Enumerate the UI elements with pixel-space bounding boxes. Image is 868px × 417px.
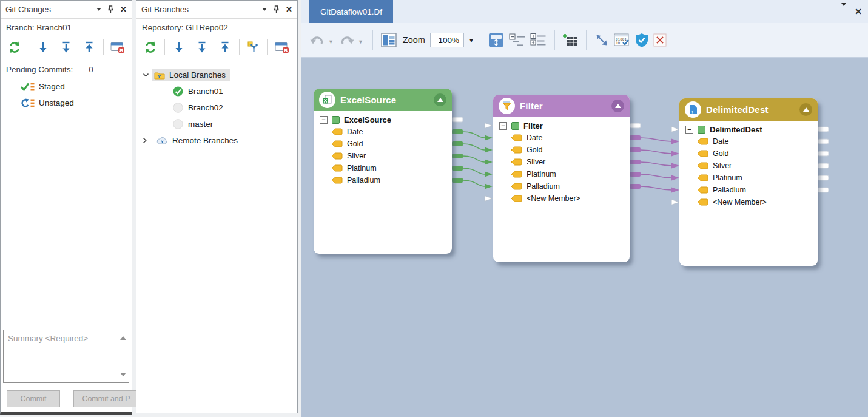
node-delimiteddest[interactable]: , DelimitedDest − DelimitedDest Date Gol…	[679, 98, 818, 266]
column-row[interactable]: Silver	[685, 160, 814, 172]
filter-icon	[499, 98, 515, 114]
zoom-select[interactable]: 100%	[430, 33, 464, 47]
undo-dropdown-icon[interactable]: ▼	[328, 39, 334, 45]
node-filter[interactable]: Filter − Filter Date Gold Silver Platinu…	[493, 95, 630, 262]
column-row[interactable]: Silver	[499, 156, 626, 168]
pending-commits-row: Pending Commits: 0	[1, 59, 132, 76]
node-header[interactable]: Filter	[493, 95, 630, 117]
undo-pending-changes-icon[interactable]	[272, 38, 292, 57]
column-row[interactable]: <New Member>	[685, 196, 814, 208]
column-row[interactable]: Palladium	[685, 184, 814, 196]
tab-list-chevron-icon[interactable]	[841, 6, 846, 17]
data-viewer-icon[interactable]: 0100110	[611, 29, 633, 51]
column-tag-icon	[511, 171, 522, 178]
delimited-destination-icon: ,	[685, 101, 701, 118]
tab-gitdataflow01[interactable]: GitDataflow01.Df	[309, 0, 393, 23]
column-row[interactable]: Gold	[499, 144, 626, 156]
column-tag-icon	[331, 152, 343, 160]
remote-branches-node[interactable]: Remote Branches	[136, 132, 297, 149]
column-row[interactable]: Gold	[685, 147, 814, 160]
branch-item-branch01[interactable]: Branch01	[136, 83, 297, 100]
collapse-node-icon[interactable]	[434, 93, 446, 106]
unstaged-tree-item[interactable]: Unstaged	[20, 95, 132, 111]
column-tag-icon	[331, 140, 343, 147]
scroll-up-icon[interactable]	[119, 334, 127, 340]
commit-and-push-button[interactable]: Commit and P	[73, 390, 139, 407]
push-icon[interactable]	[215, 38, 235, 57]
pin-icon[interactable]	[108, 5, 113, 13]
branch-item-branch02[interactable]: Branch02	[136, 100, 297, 116]
column-row[interactable]: Date	[499, 132, 626, 144]
close-icon[interactable]: ✕	[120, 5, 127, 13]
column-row[interactable]: Palladium	[320, 174, 448, 186]
column-tag-icon	[331, 164, 343, 172]
commit-button[interactable]: Commit	[7, 390, 60, 407]
local-branches-node[interactable]: Local Branches	[136, 67, 297, 83]
column-row[interactable]: Date	[685, 135, 814, 147]
chevron-down-icon[interactable]	[96, 8, 101, 11]
component-row[interactable]: − DelimitedDest	[685, 123, 814, 135]
column-row[interactable]: <New Member>	[499, 192, 626, 205]
refresh-icon[interactable]	[140, 38, 161, 57]
fetch-icon[interactable]	[192, 38, 212, 57]
staged-tree-item[interactable]: Staged	[20, 78, 132, 95]
column-row[interactable]: Gold	[320, 138, 448, 150]
autosize-icon[interactable]	[486, 29, 506, 51]
scroll-down-icon[interactable]	[119, 373, 127, 379]
branch-icon[interactable]	[243, 38, 264, 57]
chevron-right-icon[interactable]	[143, 137, 152, 144]
node-header[interactable]: , DelimitedDest	[679, 98, 818, 121]
undo-icon[interactable]	[308, 29, 327, 51]
collapse-all-icon[interactable]	[506, 29, 528, 51]
node-excelsource[interactable]: ExcelSource − ExcelSource Date Gold Silv…	[314, 89, 452, 254]
collapse-box-icon[interactable]: −	[320, 116, 328, 124]
component-row[interactable]: − ExcelSource	[320, 114, 448, 126]
summary-input[interactable]	[4, 330, 129, 382]
collapse-node-icon[interactable]	[611, 100, 624, 112]
layout-icon[interactable]	[378, 29, 399, 51]
chevron-down-icon[interactable]	[143, 73, 152, 78]
branch-item-master[interactable]: master	[136, 116, 297, 132]
column-row[interactable]: Platinum	[685, 172, 814, 184]
node-header[interactable]: ExcelSource	[314, 89, 452, 111]
column-row[interactable]: Palladium	[499, 180, 626, 192]
collapse-box-icon[interactable]: −	[499, 122, 507, 130]
column-tag-icon	[511, 146, 522, 154]
pull-icon[interactable]	[169, 38, 189, 57]
pull-icon[interactable]	[33, 38, 53, 57]
zoom-label: Zoom	[403, 35, 425, 45]
refresh-icon[interactable]	[4, 38, 25, 57]
dataflow-editor: GitDataflow01.Df ✕ ▼ ▼ Zoom 100% ▼	[301, 0, 868, 417]
collapse-node-icon[interactable]	[799, 103, 812, 116]
redo-icon[interactable]	[337, 29, 357, 51]
branch-label: Branch: Branch01	[1, 19, 132, 35]
pending-commits-count: 0	[89, 65, 93, 74]
undo-pending-changes-icon[interactable]	[107, 38, 128, 57]
design-surface[interactable]: ExcelSource − ExcelSource Date Gold Silv…	[301, 58, 868, 417]
push-icon[interactable]	[79, 38, 99, 57]
zoom-dropdown-icon[interactable]: ▼	[468, 37, 474, 44]
close-icon[interactable]: ✕	[286, 5, 292, 13]
column-row[interactable]: Platinum	[320, 162, 448, 174]
add-column-icon[interactable]	[560, 29, 580, 51]
component-row[interactable]: − Filter	[499, 120, 626, 132]
column-tag-icon	[697, 174, 708, 181]
editor-toolbar: ▼ ▼ Zoom 100% ▼ 0100110	[301, 23, 868, 58]
collapse-box-icon[interactable]: −	[685, 126, 693, 134]
fetch-icon[interactable]	[56, 38, 76, 57]
column-row[interactable]: Date	[320, 126, 448, 138]
expand-all-icon[interactable]	[528, 29, 549, 51]
delete-icon[interactable]	[651, 29, 669, 51]
branch-circle-icon	[173, 119, 183, 129]
column-list: − Filter Date Gold Silver Platinum Palla…	[493, 117, 630, 205]
column-row[interactable]: Platinum	[499, 168, 626, 180]
pin-icon[interactable]	[274, 5, 279, 13]
close-tab-icon[interactable]: ✕	[855, 7, 862, 16]
connector-icon[interactable]	[592, 29, 611, 51]
unstaged-icon	[20, 98, 35, 108]
redo-dropdown-icon[interactable]: ▼	[358, 39, 363, 45]
validate-shield-icon[interactable]	[633, 29, 651, 51]
column-tag-icon	[697, 150, 708, 157]
chevron-down-icon[interactable]	[262, 8, 267, 11]
column-row[interactable]: Silver	[320, 150, 448, 162]
